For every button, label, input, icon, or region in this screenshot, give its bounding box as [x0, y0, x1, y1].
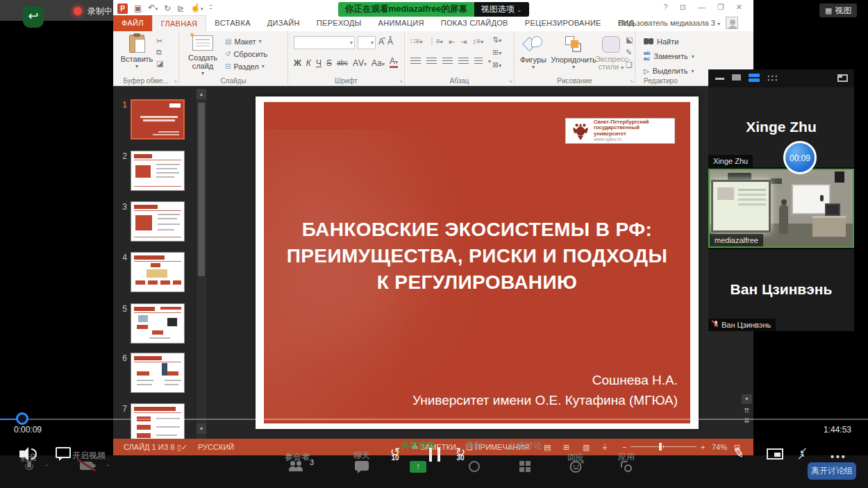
video-options-chevron[interactable]: ⌃	[106, 464, 111, 471]
slide-thumbnail-6[interactable]	[131, 353, 185, 393]
customize-qat-icon[interactable]: ⸚	[210, 1, 212, 15]
quick-styles-button[interactable]: Экспресс-стили ▾	[595, 36, 627, 71]
participant-tile-xinge[interactable]: Xinge Zhu Xinge Zhu	[708, 87, 854, 167]
playback-chat-icon[interactable]	[56, 447, 71, 458]
leave-breakout-button[interactable]: 离开讨论组	[808, 462, 856, 480]
thumbnail-scrollbar[interactable]: ▲ ▼	[197, 89, 206, 439]
redo-icon[interactable]: ↻	[164, 1, 171, 15]
touch-mode-icon[interactable]: ☝▾	[190, 1, 203, 16]
pip-icon[interactable]	[767, 448, 783, 460]
participant-tile-wang[interactable]: Ван Цзинвэнь Ван Цзинвэнь	[708, 249, 854, 331]
format-painter-icon[interactable]: ◪	[156, 59, 163, 68]
skip-back-button[interactable]: ↺ 10	[385, 448, 406, 466]
zoom-knob[interactable]	[659, 443, 662, 451]
tab-transitions[interactable]: ПЕРЕХОДЫ	[308, 15, 370, 31]
strikethrough-button[interactable]: S	[326, 58, 332, 68]
font-size-select[interactable]: ▾	[358, 36, 376, 49]
chat-button[interactable]: 聊天	[334, 455, 390, 465]
tab-design[interactable]: ДИЗАЙН	[259, 15, 308, 31]
volume-icon[interactable]	[19, 445, 39, 463]
view-layout-button[interactable]: ▦视图	[819, 3, 857, 17]
account-name[interactable]: Пользователь медиазала 3 ▾	[619, 15, 720, 32]
align-right-icon[interactable]	[442, 58, 453, 65]
pause-button[interactable]	[429, 448, 440, 462]
grow-font-icon[interactable]: А̂	[378, 37, 384, 47]
slide-thumbnail-7[interactable]	[131, 403, 185, 439]
ribbon-display-icon[interactable]: ⊡	[680, 0, 686, 14]
help-icon[interactable]: ?	[664, 0, 668, 14]
participant-tile-mediazalfree[interactable]: mediazalfree	[708, 169, 854, 248]
copy-icon[interactable]: ⧉	[156, 48, 163, 57]
columns-icon[interactable]	[474, 58, 483, 65]
dialog-launcher-icon[interactable]: ↘	[508, 78, 512, 84]
playback-knob[interactable]	[16, 412, 28, 425]
apps-button[interactable]: 应用	[599, 455, 654, 466]
slide-thumbnail-5[interactable]	[131, 303, 185, 344]
shape-effects-icon[interactable]: ❑	[626, 60, 633, 69]
scroll-up-icon[interactable]: ▲	[197, 89, 206, 99]
decrease-indent-icon[interactable]: ⇤	[449, 37, 455, 47]
reset-button[interactable]: ↺Сбросить	[225, 48, 267, 60]
save-icon[interactable]: ▣	[134, 1, 142, 15]
line-spacing-icon[interactable]: ↕≡▾	[472, 37, 483, 47]
slide-thumbnail-2[interactable]	[131, 151, 185, 191]
undo-icon[interactable]: ↶▾	[148, 1, 158, 16]
playback-timeline[interactable]	[0, 419, 868, 420]
participants-button[interactable]: 3 参会者	[269, 455, 325, 466]
grid-view-icon[interactable]	[767, 74, 778, 83]
replace-button[interactable]: abacЗаменить▾	[644, 50, 694, 62]
character-spacing-button[interactable]: АV▾	[353, 58, 367, 68]
arrange-button[interactable]: Упорядочить ▾	[551, 36, 596, 70]
next-slide-icon[interactable]: ⇊	[742, 417, 752, 424]
increase-indent-icon[interactable]: ⇥	[460, 37, 467, 47]
numbering-icon[interactable]: ⋮≡▾	[428, 37, 442, 47]
more-options-icon[interactable]: •••	[831, 451, 851, 462]
tab-file[interactable]: ФАЙЛ	[113, 15, 152, 31]
align-text-icon[interactable]: ⊞▾	[492, 48, 501, 58]
skip-forward-button[interactable]: ↻ 30	[450, 448, 471, 466]
tab-review[interactable]: РЕЦЕНЗИРОВАНИЕ	[517, 15, 610, 31]
change-case-button[interactable]: Аа▾	[372, 58, 385, 68]
italic-button[interactable]: К	[306, 58, 311, 68]
scroll-down-icon[interactable]: ▼	[197, 423, 206, 434]
shapes-button[interactable]: Фигуры ▾	[517, 36, 549, 70]
align-center-icon[interactable]	[426, 58, 437, 65]
close-icon[interactable]: ✕	[736, 0, 742, 14]
justify-icon[interactable]	[458, 58, 469, 65]
slide-thumbnail-4[interactable]	[131, 252, 185, 292]
underline-button[interactable]: Ч	[316, 58, 322, 68]
recorder-app-icon[interactable]: ↩	[23, 6, 44, 28]
new-slide-button[interactable]: Создать слайд ▾	[185, 35, 221, 76]
minimize-panel-icon[interactable]	[715, 78, 724, 80]
start-slideshow-icon[interactable]: ⊵	[177, 1, 184, 15]
exit-fullscreen-icon[interactable]: ↙↗	[797, 447, 812, 461]
minimize-icon[interactable]: —	[698, 0, 706, 14]
account-avatar[interactable]	[726, 17, 738, 29]
view-options-button[interactable]: 视图选项 ⌄	[474, 2, 529, 17]
scrollbar-thumb[interactable]	[198, 103, 205, 276]
tab-home[interactable]: ГЛАВНАЯ	[152, 15, 207, 31]
tab-slideshow[interactable]: ПОКАЗ СЛАЙДОВ	[433, 15, 517, 31]
tab-insert[interactable]: ВСТАВКА	[206, 15, 258, 31]
bold-button[interactable]: Ж	[294, 58, 301, 68]
shape-outline-icon[interactable]: ✎	[626, 48, 633, 57]
text-direction-icon[interactable]: ⇅▾	[492, 35, 501, 45]
slide-thumbnail-3[interactable]	[131, 201, 185, 242]
align-left-icon[interactable]	[410, 58, 421, 65]
paste-button[interactable]: Вставить ▾	[120, 35, 153, 69]
gallery-strip-icon[interactable]	[749, 74, 760, 83]
bullets-icon[interactable]: ∷≡▾	[410, 37, 422, 47]
spellcheck-icon[interactable]: ▯✓	[177, 439, 187, 455]
slide-thumbnail-1[interactable]	[131, 99, 185, 140]
select-button[interactable]: ▷Выделить▾	[644, 65, 694, 77]
layout-button[interactable]: ▤Макет▾	[225, 35, 267, 47]
tab-animations[interactable]: АНИМАЦИЯ	[370, 15, 433, 31]
language-indicator[interactable]: РУССКИЙ	[198, 439, 234, 455]
find-button[interactable]: Найти	[644, 35, 694, 48]
reactions-button[interactable]: + 回应	[548, 455, 603, 467]
font-name-select[interactable]: ▾	[294, 36, 355, 49]
dialog-launcher-icon[interactable]: ↘	[173, 78, 177, 84]
zoom-level[interactable]: 74%	[712, 439, 727, 455]
cut-icon[interactable]: ✂	[156, 37, 163, 46]
previous-slide-icon[interactable]: ⇈	[742, 407, 752, 414]
